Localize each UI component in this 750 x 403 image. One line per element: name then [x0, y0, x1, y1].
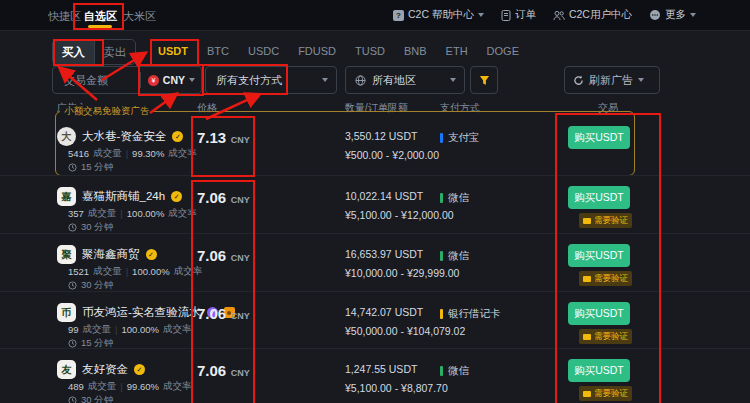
price: 7.13 CNY — [197, 129, 250, 147]
merchant: 嘉 嘉猫斯商铺_24h ✓ — [57, 187, 182, 206]
nav-more[interactable]: 更多 — [649, 8, 696, 22]
users-icon — [553, 10, 565, 21]
verified-badge-icon: ✓ — [171, 191, 182, 202]
merchant-name[interactable]: 聚海鑫商贸 — [82, 247, 140, 262]
payment-method: 微信 — [440, 364, 469, 378]
nav-orders-label: 订单 — [515, 8, 536, 22]
verification-required-badge: 需要验证 — [579, 329, 632, 344]
nav-help-label: C2C 帮助中心 — [408, 8, 474, 22]
currency-value: CNY — [163, 74, 185, 86]
tab-quick-zone[interactable]: 快捷区 — [48, 9, 81, 24]
nav-user-center[interactable]: C2C用户中心 — [553, 8, 632, 22]
nav-orders[interactable]: 订单 — [501, 8, 536, 22]
merchant-name[interactable]: 大水巷-资金安全 — [82, 129, 166, 144]
coin-tab-bnb[interactable]: BNB — [404, 45, 427, 57]
refresh-icon — [573, 75, 584, 86]
payment-color-bar — [440, 366, 443, 376]
active-tab-underline — [88, 25, 112, 28]
verified-badge-icon: ✓ — [172, 131, 183, 142]
buy-tab[interactable]: 买入 — [53, 40, 95, 64]
verification-required-badge: 需要验证 — [579, 386, 632, 401]
merchant-name[interactable]: 币友鸿运-实名查验流水 — [82, 305, 201, 320]
nav-help-center[interactable]: ? C2C 帮助中心 — [393, 8, 484, 22]
orders-icon — [501, 10, 511, 21]
payment-dropdown-value: 所有支付方式 — [216, 73, 282, 88]
top-right-nav: ? C2C 帮助中心 订单 C2C用户中心 更多 — [393, 0, 696, 30]
price: 7.06 CNY — [197, 189, 250, 207]
amount-filter: ¥ CNY — [52, 66, 202, 94]
payment-method: 微信 — [440, 249, 469, 263]
merchant: 大 大水巷-资金安全 ✓ — [57, 127, 183, 146]
merchant: 友 友好资金 ✓ — [57, 360, 145, 379]
funnel-icon — [479, 75, 490, 86]
coin-tab-usdt[interactable]: USDT — [158, 45, 188, 57]
avatar: 友 — [57, 360, 76, 379]
table-row: 大 大水巷-资金安全 ✓ 5416成交量 | 99.30%成交率 15 分钟 7… — [0, 111, 750, 175]
coin-tabs: USDT BTC USDC FDUSD TUSD BNB ETH DOGE — [158, 39, 519, 63]
advanced-filter-button[interactable] — [470, 66, 498, 94]
payment-method: 支付宝 — [440, 131, 480, 145]
avatar: 大 — [57, 127, 76, 146]
verification-required-badge: 需要验证 — [579, 271, 632, 286]
table-row: 友 友好资金 ✓ 489成交量 | 99.60%成交率 30 分钟 7.06 C… — [0, 348, 750, 403]
clock-icon — [68, 396, 77, 403]
buy-usdt-button[interactable]: 购买USDT — [568, 359, 630, 382]
region-dropdown[interactable]: 所有地区 — [345, 66, 465, 94]
coin-tab-tusd[interactable]: TUSD — [355, 45, 385, 57]
region-dropdown-value: 所有地区 — [372, 73, 416, 88]
avatar: 币 — [57, 303, 76, 322]
merchant-name[interactable]: 嘉猫斯商铺_24h — [82, 189, 165, 204]
payment-color-bar — [440, 251, 443, 261]
payment-window: 15 分钟 — [68, 161, 113, 174]
more-icon — [649, 9, 661, 21]
id-card-icon — [583, 218, 591, 224]
payment-color-bar — [440, 193, 443, 203]
coin-tab-doge[interactable]: DOGE — [487, 45, 519, 57]
payment-method: 微信 — [440, 191, 469, 205]
buy-usdt-button[interactable]: 购买USDT — [568, 126, 630, 149]
chevron-down-icon — [638, 78, 644, 82]
payment-method-dropdown[interactable]: 所有支付方式 — [205, 66, 337, 94]
clock-icon — [68, 339, 77, 348]
currency-selector[interactable]: ¥ CNY — [140, 72, 195, 88]
price: 7.06 CNY — [197, 247, 250, 265]
merchant-name[interactable]: 友好资金 — [82, 362, 128, 377]
merchant: 聚 聚海鑫商贸 ✓ — [57, 245, 157, 264]
payment-method: 银行借记卡 — [440, 307, 501, 321]
merchant-stats: 357成交量 | 100.00%成交率 — [68, 207, 197, 220]
id-card-icon — [583, 391, 591, 397]
coin-tab-eth[interactable]: ETH — [446, 45, 468, 57]
id-card-icon — [583, 276, 591, 282]
buy-usdt-button[interactable]: 购买USDT — [568, 302, 630, 325]
chevron-down-icon — [690, 13, 696, 17]
price: 7.06 CNY — [197, 362, 250, 380]
refresh-ads-label: 刷新广告 — [589, 73, 633, 88]
refresh-ads-button[interactable]: 刷新广告 — [564, 66, 660, 94]
verified-badge-icon: ✓ — [146, 249, 157, 260]
tab-favorite-zone[interactable]: 自选区 — [84, 9, 117, 24]
chevron-down-icon — [322, 78, 328, 82]
help-icon: ? — [393, 10, 404, 21]
merchant-stats: 5416成交量 | 99.30%成交率 — [68, 147, 197, 160]
clock-icon — [68, 281, 77, 290]
coin-tab-usdc[interactable]: USDC — [248, 45, 279, 57]
nav-user-center-label: C2C用户中心 — [569, 8, 632, 22]
buy-sell-toggle: 买入 卖出 — [52, 39, 136, 65]
chevron-down-icon — [450, 78, 456, 82]
chevron-down-icon — [189, 78, 195, 82]
amount-input[interactable] — [62, 73, 136, 87]
globe-icon — [355, 75, 366, 86]
avatar: 聚 — [57, 245, 76, 264]
tab-rice-zone[interactable]: 大米区 — [123, 9, 156, 24]
top-bar: 快捷区 自选区 大米区 ? C2C 帮助中心 订单 C2C用户中心 更多 — [0, 0, 750, 31]
clock-icon — [68, 163, 77, 172]
buy-usdt-button[interactable]: 购买USDT — [568, 186, 630, 209]
payment-color-bar — [440, 133, 443, 143]
sell-tab[interactable]: 卖出 — [95, 40, 136, 64]
merchant-stats: 489成交量 | 99.60%成交率 — [68, 380, 192, 393]
payment-window: 30 分钟 — [68, 394, 113, 403]
table-row: 嘉 嘉猫斯商铺_24h ✓ 357成交量 | 100.00%成交率 30 分钟 … — [0, 175, 750, 234]
coin-tab-fdusd[interactable]: FDUSD — [298, 45, 336, 57]
coin-tab-btc[interactable]: BTC — [207, 45, 229, 57]
buy-usdt-button[interactable]: 购买USDT — [568, 244, 630, 267]
